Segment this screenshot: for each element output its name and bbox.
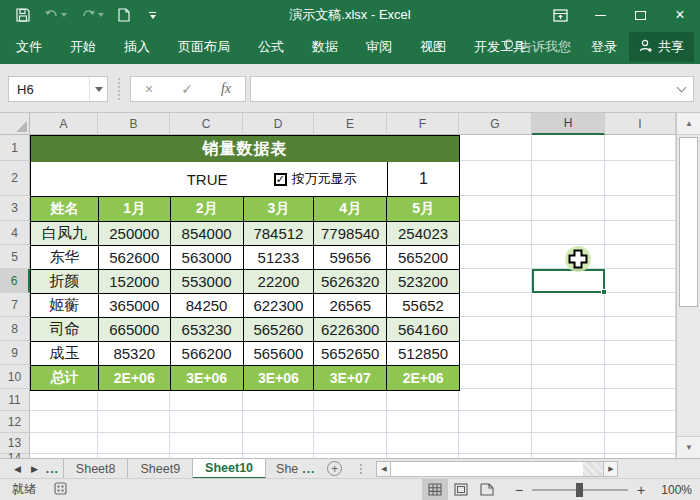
sheet-tab-truncated[interactable]: She (266, 462, 302, 476)
cell-I1[interactable] (605, 135, 676, 161)
cell-I13[interactable] (605, 433, 676, 454)
column-header-D[interactable]: D (243, 113, 314, 135)
insert-function-icon[interactable]: fx (221, 81, 231, 97)
fill-handle[interactable] (601, 289, 607, 295)
cell-E13[interactable] (314, 433, 387, 454)
zoom-level[interactable]: 100% (650, 483, 692, 497)
vertical-scroll-thumb[interactable] (679, 137, 698, 307)
row-header-4[interactable]: 4 (0, 221, 30, 245)
column-header-I[interactable]: I (605, 113, 676, 135)
cell-G6[interactable] (459, 269, 532, 293)
cell-A13[interactable] (30, 433, 98, 454)
cell-G13[interactable] (459, 433, 532, 454)
macro-record-icon[interactable] (54, 482, 67, 498)
cell-G3[interactable] (459, 196, 532, 221)
cell-H1[interactable] (532, 135, 605, 161)
cell-F13[interactable] (387, 433, 459, 454)
column-header-F[interactable]: F (387, 113, 459, 135)
cell-E11[interactable] (314, 389, 387, 411)
cell-G4[interactable] (459, 221, 532, 245)
cell-H7[interactable] (532, 293, 605, 317)
cell-F12[interactable] (387, 411, 459, 433)
column-header-C[interactable]: C (170, 113, 243, 135)
customize-qat-icon[interactable] (148, 12, 156, 19)
cell-G1[interactable] (459, 135, 532, 161)
horizontal-scrollbar[interactable]: ◀ ▶ (376, 461, 618, 477)
cell-H8[interactable] (532, 317, 605, 341)
tell-me-box[interactable]: 告诉我您 (495, 38, 579, 56)
cell-G8[interactable] (459, 317, 532, 341)
zoom-slider[interactable] (532, 489, 628, 491)
row-header-10[interactable]: 10 (0, 365, 30, 389)
zoom-out-icon[interactable]: − (510, 482, 528, 498)
cell-I5[interactable] (605, 245, 676, 269)
column-header-G[interactable]: G (459, 113, 532, 135)
ribbon-tab-数据[interactable]: 数据 (298, 30, 352, 64)
ribbon-tab-开始[interactable]: 开始 (56, 30, 110, 64)
cell-I8[interactable] (605, 317, 676, 341)
row-header-6[interactable]: 6 (0, 269, 30, 293)
vertical-scrollbar[interactable]: ▲ ▼ (676, 113, 700, 458)
ribbon-tab-插入[interactable]: 插入 (110, 30, 164, 64)
cell-G9[interactable] (459, 341, 532, 365)
cell-G7[interactable] (459, 293, 532, 317)
zoom-slider-handle[interactable] (576, 483, 583, 497)
column-header-A[interactable]: A (30, 113, 98, 135)
column-header-H[interactable]: H (532, 113, 605, 135)
cell-G11[interactable] (459, 389, 532, 411)
cancel-icon[interactable]: × (145, 81, 153, 97)
cell-B13[interactable] (98, 433, 170, 454)
sheet-overflow-right[interactable]: ... (302, 462, 315, 476)
horizontal-scroll-thumb[interactable] (391, 461, 583, 477)
cell-A11[interactable] (30, 389, 98, 411)
new-sheet-icon[interactable]: + (327, 461, 342, 476)
display-in-wan-checkbox[interactable]: ✓按万元显示 (274, 170, 357, 188)
cell-H3[interactable] (532, 196, 605, 221)
cell-G5[interactable] (459, 245, 532, 269)
cell-B12[interactable] (98, 411, 170, 433)
zoom-in-icon[interactable]: + (632, 482, 650, 498)
name-box[interactable]: H6 (8, 76, 108, 102)
ribbon-tab-页面布局[interactable]: 页面布局 (164, 30, 244, 64)
new-document-icon[interactable] (118, 8, 130, 22)
row-header-7[interactable]: 7 (0, 293, 30, 317)
page-layout-view-icon[interactable] (448, 479, 474, 500)
ribbon-tab-文件[interactable]: 文件 (0, 30, 56, 64)
cell-I6[interactable] (605, 269, 676, 293)
cell-F11[interactable] (387, 389, 459, 411)
column-header-E[interactable]: E (314, 113, 387, 135)
column-header-B[interactable]: B (98, 113, 170, 135)
next-sheet-icon[interactable]: ▶ (31, 464, 38, 474)
cell-I7[interactable] (605, 293, 676, 317)
cell-A12[interactable] (30, 411, 98, 433)
cell-D11[interactable] (243, 389, 314, 411)
cell-H5[interactable] (532, 245, 605, 269)
sheet-tab-Sheet10[interactable]: Sheet10 (193, 459, 266, 479)
sign-in-link[interactable]: 登录 (583, 38, 625, 56)
row-header-8[interactable]: 8 (0, 317, 30, 341)
cell-H2[interactable] (532, 161, 605, 196)
scroll-down-icon[interactable]: ▼ (677, 436, 700, 458)
cell-I9[interactable] (605, 341, 676, 365)
cell-C12[interactable] (170, 411, 243, 433)
cell-H13[interactable] (532, 433, 605, 454)
row-header-9[interactable]: 9 (0, 341, 30, 365)
active-cell-outline[interactable] (532, 269, 605, 293)
formula-input[interactable] (250, 76, 694, 102)
scroll-up-icon[interactable]: ▲ (677, 113, 700, 135)
cell-C11[interactable] (170, 389, 243, 411)
cell-I2[interactable] (605, 161, 676, 196)
cell-I3[interactable] (605, 196, 676, 221)
row-header-1[interactable]: 1 (0, 135, 30, 161)
scroll-left-icon[interactable]: ◀ (376, 461, 391, 477)
cell-I10[interactable] (605, 365, 676, 389)
redo-icon[interactable] (81, 9, 104, 22)
row-header-5[interactable]: 5 (0, 245, 30, 269)
cell-H11[interactable] (532, 389, 605, 411)
cell-G2[interactable] (459, 161, 532, 196)
cell-B11[interactable] (98, 389, 170, 411)
cell-C13[interactable] (170, 433, 243, 454)
cell-G10[interactable] (459, 365, 532, 389)
name-box-dropdown-icon[interactable] (89, 77, 107, 101)
ribbon-tab-公式[interactable]: 公式 (244, 30, 298, 64)
